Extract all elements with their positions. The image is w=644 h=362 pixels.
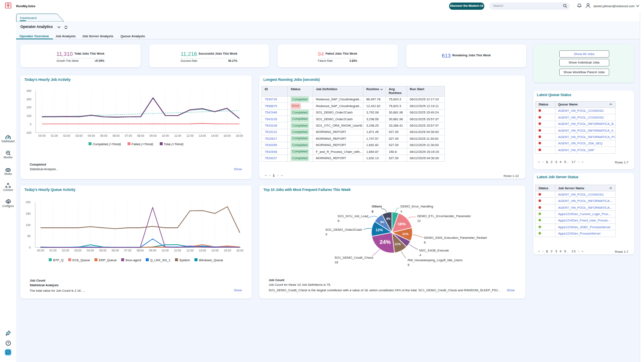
svg-text:11%: 11% — [402, 232, 408, 236]
svg-text:00:00: 00:00 — [39, 134, 46, 137]
svg-text:13:00: 13:00 — [199, 249, 206, 252]
svg-text:-100: -100 — [25, 131, 31, 134]
svg-text:05:00: 05:00 — [100, 134, 107, 137]
svg-text:07:00: 07:00 — [125, 134, 132, 137]
svg-text:11:00: 11:00 — [174, 249, 181, 252]
svg-text:01:00: 01:00 — [50, 249, 57, 252]
svg-text:13:00: 13:00 — [199, 134, 206, 137]
svg-text:05:00: 05:00 — [99, 249, 106, 252]
svg-text:24%: 24% — [380, 238, 391, 245]
svg-text:16%: 16% — [398, 221, 406, 226]
svg-text:10:00: 10:00 — [162, 134, 169, 137]
svg-text:11:00: 11:00 — [174, 134, 181, 137]
svg-text:08:00: 08:00 — [136, 249, 144, 252]
svg-text:300: 300 — [27, 97, 32, 100]
svg-text:Dashboard: Dashboard — [20, 16, 36, 19]
svg-text:08:00: 08:00 — [137, 134, 144, 137]
svg-text:200: 200 — [26, 201, 31, 204]
svg-text:?: ? — [7, 341, 9, 345]
svg-text:03:00: 03:00 — [74, 249, 81, 252]
svg-text:8%: 8% — [386, 217, 391, 220]
svg-text:06:00: 06:00 — [112, 249, 119, 252]
svg-text:100: 100 — [26, 223, 31, 226]
svg-text:03:00: 03:00 — [75, 134, 83, 137]
svg-text:16:00: 16:00 — [236, 134, 243, 137]
svg-text:09:00: 09:00 — [150, 134, 157, 137]
svg-text:02:00: 02:00 — [62, 249, 69, 252]
svg-text:04:00: 04:00 — [87, 249, 94, 252]
svg-text:8%: 8% — [380, 221, 385, 224]
svg-text:00:00: 00:00 — [37, 249, 44, 252]
svg-text:10:00: 10:00 — [161, 249, 169, 252]
svg-text:04:00: 04:00 — [88, 134, 95, 137]
svg-text:12:00: 12:00 — [186, 134, 194, 137]
svg-text:16:00: 16:00 — [236, 249, 244, 252]
svg-text:07:00: 07:00 — [124, 249, 131, 252]
svg-text:15:00: 15:00 — [223, 134, 230, 137]
svg-text:14:00: 14:00 — [211, 249, 219, 252]
svg-text:06:00: 06:00 — [112, 134, 119, 137]
svg-text:50: 50 — [27, 235, 31, 238]
svg-text:200: 200 — [27, 106, 32, 109]
svg-text:150: 150 — [26, 212, 31, 215]
svg-text:02:00: 02:00 — [63, 134, 70, 137]
svg-text:15:00: 15:00 — [224, 249, 231, 252]
svg-text:11%: 11% — [394, 242, 401, 246]
svg-text:0: 0 — [29, 246, 31, 249]
svg-text:09:00: 09:00 — [149, 249, 156, 252]
svg-text:400: 400 — [27, 89, 32, 92]
svg-text:12:00: 12:00 — [186, 249, 194, 252]
svg-text:01:00: 01:00 — [51, 134, 58, 137]
svg-text:100: 100 — [27, 114, 32, 117]
svg-text:12%: 12% — [375, 228, 383, 232]
svg-text:14:00: 14:00 — [211, 134, 218, 137]
svg-text:0: 0 — [30, 122, 31, 125]
